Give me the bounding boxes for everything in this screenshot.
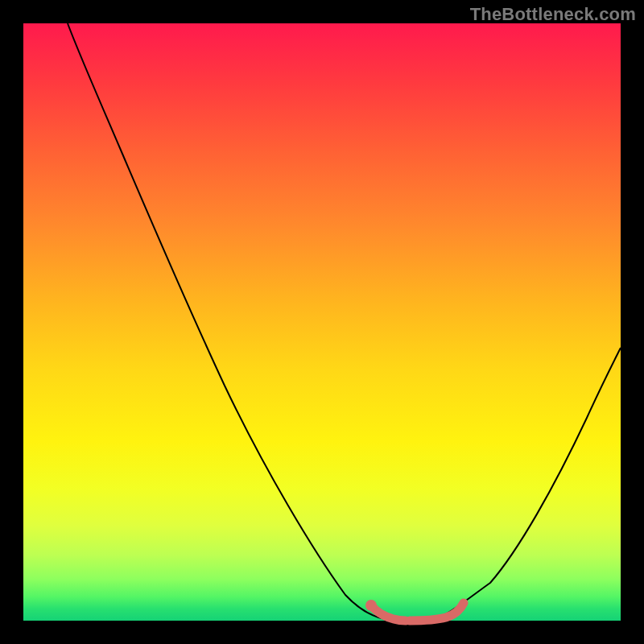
- highlight-left-dot: [365, 600, 377, 611]
- highlight-right: [410, 603, 464, 621]
- watermark-text: TheBottleneck.com: [470, 4, 636, 25]
- chart-stage: TheBottleneck.com: [0, 0, 644, 644]
- highlight-left: [371, 605, 406, 621]
- curve-right: [426, 348, 621, 621]
- curve-left: [68, 23, 406, 621]
- chart-svg: [23, 23, 621, 621]
- plot-area: [23, 23, 621, 621]
